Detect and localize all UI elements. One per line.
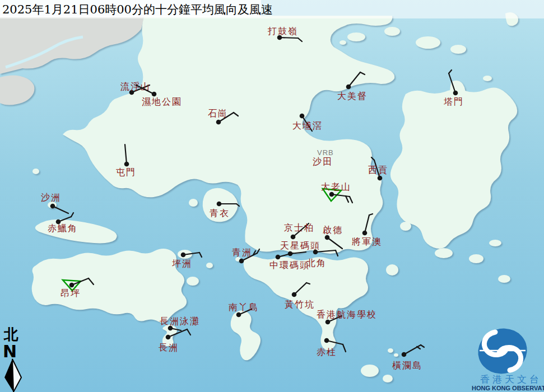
station-dot [300,114,305,119]
station-dot [362,231,368,236]
station-label: 長洲泳灘 [160,316,200,326]
vrb-text: VRB [317,148,334,157]
station-label: 橫瀾島 [392,360,422,371]
station-label: 屯門 [116,167,136,178]
hong-kong-wind-map: 打鼓嶺流浮山濕地公園石崗大美督塔門大埔滘屯門沙洲赤鱲角西貢VRB沙田大老山青衣京… [0,0,544,392]
station-label: 石崗 [208,108,228,119]
station-label: 沙洲 [41,192,61,203]
station-label: 濕地公園 [142,96,182,107]
station-label: 塔門 [444,96,464,107]
station-dot [324,338,329,343]
station-dot [313,250,318,255]
station-label: 西貢 [368,165,388,175]
station-label: 南丫島 [229,302,259,312]
station-label: 京士柏 [284,222,314,233]
station-dot [50,204,55,209]
station-dot [236,312,241,318]
station-dot [276,255,281,260]
station-label: 大埔滘 [292,120,323,131]
title-bar: 2025年1月21日06時00分的十分鐘平均風向及風速 [0,0,544,18]
station-dot [239,259,244,264]
station-dot [292,292,297,297]
hko-logo-english: HONG KONG OBSERVATORY [472,385,544,391]
station-dot [216,120,221,125]
station-dot [453,91,458,96]
hko-wind-map-screen: 打鼓嶺流浮山濕地公園石崗大美督塔門大埔滘屯門沙洲赤鱲角西貢VRB沙田大老山青衣京… [0,0,544,392]
north-letter: N [3,342,17,361]
station-label: 沙田 [313,156,333,167]
station-label: 青洲 [232,247,252,258]
station-label: 黃竹坑 [285,299,315,310]
station-dot [152,92,157,97]
station-label: 赤柱 [317,347,337,357]
station-label: 北角 [306,258,327,268]
station-label: 打鼓嶺 [267,26,298,36]
station-label: 長洲 [159,342,179,353]
station-dot [329,192,334,197]
station-label: 青衣 [210,208,230,218]
station-dot [217,202,222,207]
hko-logo-chinese: 香港天文台 [480,374,542,385]
station-label: 坪洲 [172,258,192,269]
station-label: 赤鱲角 [48,223,78,234]
station-dot [124,162,129,167]
station-dot [378,176,383,181]
station-label: 香港航海學校 [317,309,377,320]
station-dot [326,320,331,325]
station-label: 大美督 [337,91,368,101]
station-label: 昂坪 [61,288,81,298]
station-label: 大老山 [321,181,351,192]
station-dot [291,235,296,240]
station-dot [166,335,171,340]
map-title: 2025年1月21日06時00分的十分鐘平均風向及風速 [2,3,273,16]
station-dot [402,352,407,357]
station-dot [181,253,186,258]
station-dot [69,283,75,288]
station-label: 將軍澳 [352,236,382,247]
station-label: 天星碼頭 [280,240,320,251]
wind-barb-line [280,38,298,38]
station-label: 中環碼頭 [269,260,310,270]
north-hanzi: 北 [3,326,18,343]
station-dot [325,235,330,240]
station-label: 啟德 [323,225,343,235]
station-dot [346,85,351,90]
